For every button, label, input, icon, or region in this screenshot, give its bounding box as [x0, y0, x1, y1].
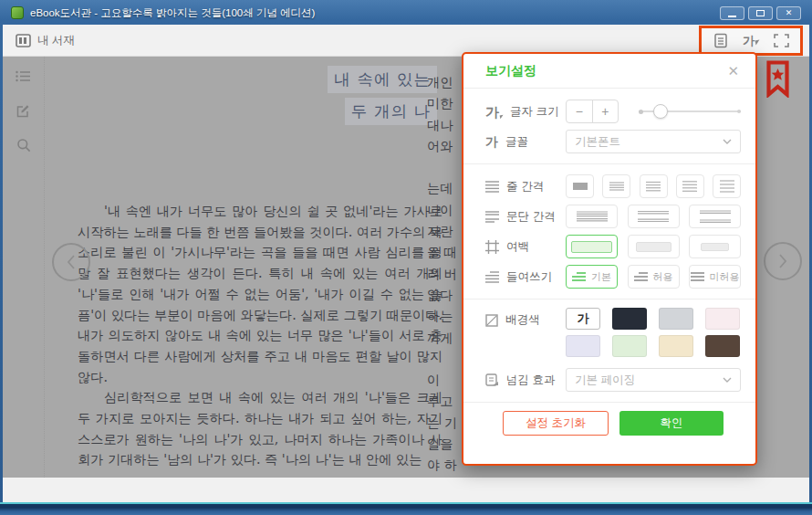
my-library-label: 내 서재	[37, 33, 75, 48]
confirm-button[interactable]: 확인	[619, 411, 724, 436]
left-page-text: '내 속엔 내가 너무도 많아 당신의 쉴 곳 없네'라는 가사로 시작하는 노…	[78, 201, 442, 470]
previous-page-button[interactable]	[52, 243, 90, 281]
paragraph-spacing-option-1[interactable]	[566, 205, 618, 228]
page-effect-row: 넘김 효과 기본 페이징	[485, 366, 741, 394]
font-size-decrease-button[interactable]: −	[567, 100, 593, 122]
note-edit-icon[interactable]	[16, 102, 31, 119]
page-effect-value: 기본 페이징	[575, 373, 635, 388]
window-title: eBook도서관 - 고요할수록 밝아지는 것들(100쇄 기념 에디션)	[30, 6, 713, 20]
divider	[463, 402, 755, 403]
next-page-button[interactable]	[764, 242, 802, 280]
reset-settings-button[interactable]: 설정 초기화	[503, 411, 609, 436]
divider	[463, 299, 755, 300]
line-spacing-option-1[interactable]	[566, 174, 594, 198]
bg-swatch-green[interactable]	[612, 335, 647, 357]
line-spacing-icon	[485, 181, 499, 193]
indent-option-allow[interactable]: 허용	[628, 265, 680, 289]
margin-row: 여백	[485, 233, 741, 260]
line-spacing-label: 줄 간격	[506, 179, 544, 194]
toc-icon[interactable]	[16, 68, 31, 84]
cursor-arrow-icon	[755, 40, 761, 46]
font-size-icon: 가	[485, 105, 503, 119]
margin-option-1-selected[interactable]	[566, 235, 618, 258]
font-size-increase-button[interactable]: +	[593, 100, 619, 122]
panel-body: 가 글자 크기 − +	[463, 89, 755, 436]
chevron-left-icon	[65, 254, 78, 270]
indent-icon	[485, 271, 499, 283]
font-family-dropdown[interactable]: 기본폰트	[566, 130, 741, 153]
paragraph-spacing-option-3[interactable]	[689, 205, 741, 228]
indent-label: 들여쓰기	[506, 269, 552, 285]
panel-action-buttons: 설정 초기화 확인	[485, 411, 741, 436]
font-size-slider-knob[interactable]	[653, 104, 668, 119]
slider-end-dot	[737, 110, 741, 113]
panel-close-icon[interactable]: ✕	[724, 61, 743, 81]
indent-row: 들여쓰기 기본 허용 미허용	[485, 263, 741, 290]
chevron-down-icon	[723, 139, 732, 144]
divider	[463, 163, 755, 164]
paragraph: '내 속엔 내가 너무도 많아 당신의 쉴 곳 없네'라는 가사로 시작하는 노…	[78, 201, 442, 387]
indent-option-default-selected[interactable]: 기본	[566, 265, 618, 289]
paragraph-spacing-option-2[interactable]	[628, 205, 680, 228]
bg-swatch-lavender[interactable]	[566, 335, 600, 357]
font-family-label: 글꼴	[505, 134, 528, 150]
paragraph: 심리학적으로 보면 내 속에 있는 여러 개의 '나'들은 크게 두 가지로 모…	[78, 387, 442, 470]
indent-allow-icon	[634, 272, 648, 282]
font-size-label: 글자 크기	[510, 104, 558, 120]
indent-disallow-icon	[691, 272, 704, 282]
bg-swatch-brown[interactable]	[705, 335, 740, 357]
library-icon	[16, 32, 31, 48]
page-effect-dropdown[interactable]: 기본 페이징	[566, 368, 741, 392]
maximize-icon	[756, 10, 765, 16]
close-button[interactable]: ✕	[776, 6, 801, 20]
chevron-right-icon	[776, 253, 789, 269]
window-controls: ✕	[720, 6, 801, 20]
font-size-row: 가 글자 크기 − +	[485, 98, 741, 125]
paragraph-spacing-icon	[485, 211, 499, 223]
bg-swatch-white[interactable]: 가	[566, 308, 600, 330]
window-frame-bottom	[0, 502, 812, 515]
reader-sidebar	[3, 57, 45, 478]
maximize-button[interactable]	[748, 6, 773, 20]
minimize-button[interactable]	[720, 6, 744, 20]
line-spacing-option-2[interactable]	[602, 174, 630, 198]
background-color-label: 배경색	[505, 312, 540, 328]
bg-swatch-cream[interactable]	[659, 335, 693, 357]
page-view-icon[interactable]	[710, 30, 732, 52]
margin-label: 여백	[506, 239, 529, 255]
slider-start-dot	[639, 110, 643, 114]
view-settings-icon[interactable]: 가	[740, 30, 762, 52]
ebook-reader-window: eBook도서관 - 고요할수록 밝아지는 것들(100쇄 기념 에디션) ✕ …	[0, 0, 812, 515]
close-icon: ✕	[786, 9, 793, 17]
panel-header: 보기설정 ✕	[463, 54, 755, 89]
page-effect-label: 넘김 효과	[506, 373, 555, 388]
font-family-value: 기본폰트	[575, 134, 620, 150]
line-spacing-row: 줄 간격	[485, 173, 741, 200]
line-spacing-option-3[interactable]	[640, 174, 668, 198]
font-family-icon: 가	[485, 135, 498, 148]
bookmark-ribbon-icon[interactable]	[766, 60, 789, 101]
font-size-stepper: − +	[566, 100, 619, 123]
bg-swatch-gray[interactable]	[659, 308, 693, 330]
margin-option-3[interactable]	[689, 235, 741, 258]
line-spacing-option-5[interactable]	[713, 174, 741, 198]
line-spacing-option-4[interactable]	[676, 174, 704, 198]
paragraph-spacing-label: 문단 간격	[506, 209, 555, 225]
bg-swatch-pink[interactable]	[705, 308, 740, 330]
fullscreen-icon[interactable]	[770, 30, 792, 52]
minimize-icon	[728, 16, 736, 17]
app-icon	[11, 6, 24, 19]
indent-option-disallow[interactable]: 미허용	[689, 265, 741, 289]
search-icon[interactable]	[16, 137, 31, 153]
margin-option-2[interactable]	[628, 235, 680, 258]
bg-swatch-dark[interactable]	[612, 308, 647, 330]
background-color-row: 배경색 가	[485, 308, 741, 357]
font-size-slider[interactable]	[639, 102, 741, 121]
background-swatch-grid: 가	[566, 308, 740, 357]
indent-default-icon	[572, 272, 586, 282]
chevron-down-icon	[723, 377, 732, 383]
chapter-title: 내 속에 있는 두 개의 나	[57, 66, 437, 130]
page-effect-icon	[485, 373, 499, 386]
my-library-button[interactable]: 내 서재	[16, 32, 75, 48]
panel-title: 보기설정	[485, 63, 536, 79]
